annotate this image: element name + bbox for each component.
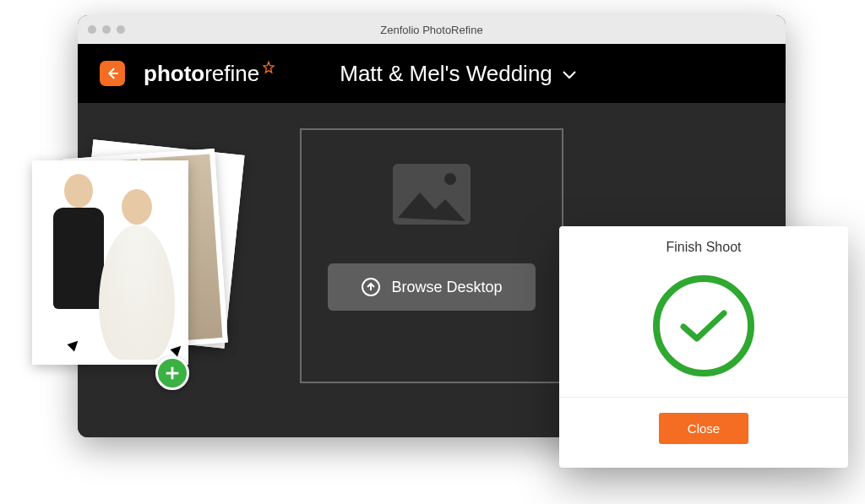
back-button[interactable]: [100, 61, 125, 86]
dialog-divider: [559, 397, 848, 398]
image-placeholder-icon: [389, 160, 474, 228]
chevron-down-icon: [563, 71, 576, 79]
app-logo: photorefine: [144, 61, 275, 87]
success-indicator: [653, 275, 754, 377]
photo-stack[interactable]: [27, 149, 221, 385]
album-name: Matt & Mel's Wedding: [340, 61, 552, 87]
add-photos-badge[interactable]: [155, 356, 189, 390]
album-dropdown[interactable]: Matt & Mel's Wedding: [340, 61, 576, 87]
browse-label: Browse Desktop: [391, 279, 502, 296]
logo-suffix: refine: [204, 61, 259, 87]
checkmark-icon: [680, 308, 727, 344]
upload-dropzone[interactable]: Browse Desktop: [300, 128, 563, 383]
cloud-upload-icon: [361, 277, 381, 297]
app-header: photorefine Matt & Mel's Wedding: [78, 44, 786, 103]
browse-desktop-button[interactable]: Browse Desktop: [328, 263, 536, 311]
finish-shoot-dialog: Finish Shoot Close: [559, 226, 848, 468]
svg-point-1: [444, 173, 456, 185]
minimize-window-dot[interactable]: [102, 25, 111, 34]
dialog-title: Finish Shoot: [666, 240, 742, 255]
window-titlebar: Zenfolio PhotoRefine: [78, 15, 786, 44]
window-title: Zenfolio PhotoRefine: [78, 24, 786, 36]
traffic-lights[interactable]: [88, 25, 125, 34]
zoom-window-dot[interactable]: [117, 25, 125, 34]
back-arrow-icon: [105, 66, 120, 81]
star-icon: [262, 61, 275, 74]
plus-icon: [163, 364, 182, 382]
logo-prefix: photo: [144, 61, 204, 87]
photo-thumbnail-front[interactable]: [32, 160, 188, 365]
close-window-dot[interactable]: [88, 25, 96, 34]
close-button[interactable]: Close: [659, 413, 748, 444]
